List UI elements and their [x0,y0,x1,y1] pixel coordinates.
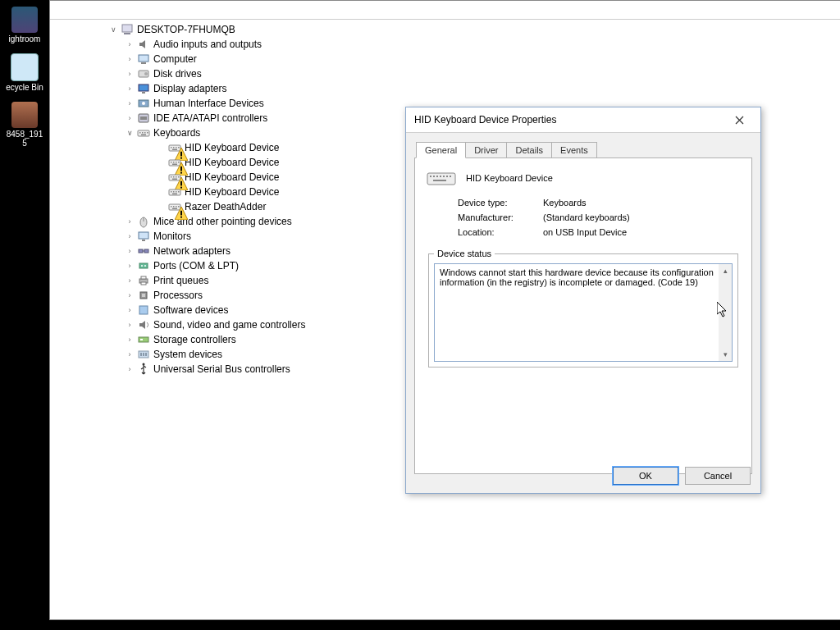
tree-item-label: Print queues [153,275,208,286]
monitor-icon [137,230,150,243]
warning-overlay-icon [175,148,183,156]
expand-icon[interactable]: › [124,319,135,331]
network-icon [137,244,150,258]
expand-icon[interactable]: › [124,349,135,360]
dialog-titlebar[interactable]: HID Keyboard Device Properties [406,107,760,133]
tree-item-label: Audio inputs and outputs [153,39,262,50]
svg-rect-76 [143,353,144,356]
expand-icon[interactable]: › [124,216,135,227]
tab-details[interactable]: Details [507,142,552,158]
display-icon [137,82,150,95]
ok-button[interactable]: OK [613,467,678,485]
tree-item-label: HID Keyboard Device [185,157,279,168]
tree-category[interactable]: ›Display adapters [50,81,840,96]
svg-rect-11 [140,116,147,120]
svg-rect-63 [139,263,148,268]
desktop-icon[interactable]: 8458_1915 [5,102,44,148]
svg-rect-83 [440,176,441,177]
expand-icon[interactable]: › [124,334,135,345]
expand-icon[interactable]: › [124,290,135,301]
keyboard-icon [137,126,150,139]
ports-icon [137,259,150,272]
device-name: HID Keyboard Device [466,173,553,183]
tab-general[interactable]: General [416,142,466,158]
expand-icon[interactable]: › [124,304,135,316]
svg-rect-81 [433,176,435,177]
desktop-strip: ightroomecycle Bin8458_1915 [0,0,49,630]
tree-item-label: DESKTOP-7FHUMQB [137,24,235,35]
expand-icon[interactable]: › [124,98,135,109]
tree-category[interactable]: ›Audio inputs and outputs [50,37,840,52]
dialog-title: HID Keyboard Device Properties [414,114,723,126]
tree-item-label: HID Keyboard Device [185,142,279,153]
expander-placeholder [155,142,167,153]
disk-icon [137,67,150,80]
svg-rect-0 [122,25,132,32]
expand-icon[interactable]: › [124,363,135,375]
warning-overlay-icon [175,162,183,171]
audio-icon [137,38,150,51]
keyboard-icon [168,200,181,213]
svg-rect-87 [433,180,446,181]
svg-rect-59 [142,240,145,241]
cpu-icon [137,289,150,302]
tab-panel-general: HID Keyboard Device Device type:Keyboard… [414,158,752,474]
svg-rect-19 [171,147,172,148]
svg-rect-2 [139,55,148,62]
svg-rect-7 [142,92,145,94]
svg-rect-1 [124,33,130,34]
tab-events[interactable]: Events [552,142,597,158]
tree-category[interactable]: ›Computer [50,52,840,66]
label-location: Location: [458,227,540,237]
pc-icon [121,23,134,36]
svg-rect-71 [139,306,148,314]
keyboard-icon [168,185,181,199]
expand-icon[interactable]: › [124,260,135,272]
tab-driver[interactable]: Driver [466,142,507,158]
expand-icon[interactable]: › [124,245,135,257]
svg-rect-35 [171,176,172,178]
svg-rect-15 [144,132,146,134]
expand-icon[interactable]: › [124,68,135,80]
expand-icon[interactable]: › [124,112,135,124]
tree-root[interactable]: ∨DESKTOP-7FHUMQB [50,22,840,37]
expand-icon[interactable]: › [124,231,135,242]
tree-item-label: Display adapters [153,83,226,94]
svg-rect-45 [176,191,177,193]
software-icon [137,304,150,317]
expand-icon[interactable]: › [124,53,135,65]
desktop-icon-image [11,53,39,81]
printer-icon [137,274,150,287]
desktop-icon[interactable]: ecycle Bin [5,53,44,92]
keyboard-icon [168,171,181,184]
scroll-down-icon[interactable]: ▾ [719,348,732,361]
tree-item-label: Universal Serial Bus controllers [153,363,290,375]
cancel-button[interactable]: Cancel [685,467,751,485]
tree-item-label: IDE ATA/ATAPI controllers [153,112,267,124]
collapse-icon[interactable]: ∨ [124,127,135,139]
tree-item-label: Processors [153,290,203,301]
svg-rect-44 [173,191,175,193]
label-device-type: Device type: [458,198,540,208]
expand-icon[interactable]: › [124,39,135,50]
tree-category[interactable]: ›Disk drives [50,66,840,81]
device-properties-dialog: HID Keyboard Device Properties GeneralDr… [405,107,761,494]
svg-rect-60 [139,249,143,253]
tree-item-label: Keyboards [153,127,200,139]
svg-rect-61 [144,249,148,253]
close-button[interactable] [723,110,756,130]
device-manager-toolbar [50,1,840,20]
svg-rect-46 [178,191,180,193]
svg-rect-70 [142,294,145,297]
device-status-text[interactable]: Windows cannot start this hardware devic… [434,263,733,362]
expander-placeholder [155,201,167,212]
svg-rect-68 [141,282,146,285]
status-scrollbar[interactable]: ▴ ▾ [719,264,732,361]
storage-icon [137,333,150,346]
scroll-up-icon[interactable]: ▴ [719,264,732,277]
tree-item-label: Razer DeathAdder [185,201,266,212]
expand-icon[interactable]: › [124,83,135,94]
desktop-icon[interactable]: ightroom [5,7,44,43]
expand-icon[interactable]: › [124,275,135,286]
collapse-icon[interactable]: ∨ [107,24,119,35]
